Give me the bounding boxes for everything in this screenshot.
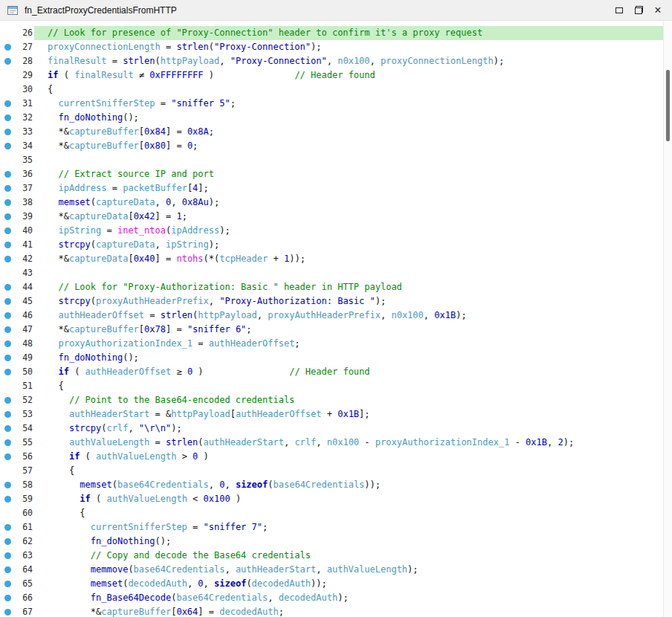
code-line[interactable]: 44 // Look for "Proxy-Authorization: Bas… xyxy=(0,280,672,294)
code-line[interactable]: 33 *&captureBuffer[0x84] = 0x8A; xyxy=(0,125,672,139)
line-marker-dot xyxy=(4,185,11,192)
code-line[interactable]: 49 fn_doNothing(); xyxy=(0,351,672,365)
code-line[interactable]: 27proxyConnectionLength = strlen("Proxy-… xyxy=(0,40,672,54)
line-number: 41 xyxy=(11,238,34,252)
code-content: authHeaderOffset = strlen(httpPayload, p… xyxy=(34,308,663,323)
code-line[interactable]: 54 strcpy(crlf, "\r\n"); xyxy=(0,421,672,436)
line-number: 64 xyxy=(11,563,34,577)
line-gutter: 41 xyxy=(0,238,34,252)
code-line[interactable]: 58 memset(base64Credentials, 0, sizeof(b… xyxy=(0,478,672,492)
code-line[interactable]: 35 xyxy=(0,153,672,167)
line-number: 55 xyxy=(11,436,34,450)
line-marker-dot xyxy=(4,482,11,488)
variable-token: proxyConnectionLength xyxy=(381,56,494,66)
code-line[interactable]: 43 xyxy=(0,266,672,280)
code-line[interactable]: 46 authHeaderOffset = strlen(httpPayload… xyxy=(0,308,672,323)
code-text: *& xyxy=(48,607,101,617)
code-line[interactable]: 37 ipAddress = packetBuffer[4]; xyxy=(0,181,672,196)
line-number: 35 xyxy=(11,153,34,167)
code-text: ; xyxy=(246,324,251,335)
line-gutter: 32 xyxy=(0,111,34,125)
function-token: fn_doNothing xyxy=(58,112,123,123)
code-line[interactable]: 62 fn_doNothing(); xyxy=(0,534,672,549)
code-line[interactable]: 50 if ( authHeaderOffset ≥ 0 ) // Header… xyxy=(0,365,672,379)
code-line[interactable]: 42 *&captureData[0x40] = ntohs(*(tcpHead… xyxy=(0,252,672,266)
code-text xyxy=(48,451,69,462)
line-number: 31 xyxy=(11,97,34,111)
pseudocode-editor[interactable]: 26// Look for presence of "Proxy-Connect… xyxy=(0,21,672,617)
code-line[interactable]: 34 *&captureBuffer[0x80] = 0; xyxy=(0,139,672,153)
code-text: > xyxy=(176,451,193,462)
code-line[interactable]: 31 currentSnifferStep = "sniffer 5"; xyxy=(0,97,672,111)
code-line[interactable]: 64 memmove(base64Credentials, authHeader… xyxy=(0,563,672,577)
line-gutter: 64 xyxy=(0,563,34,577)
code-line[interactable]: 26// Look for presence of "Proxy-Connect… xyxy=(0,26,672,40)
scrollbar-thumb[interactable] xyxy=(666,70,670,141)
code-text xyxy=(48,494,80,504)
code-line[interactable]: 39 *&captureData[0x42] = 1; xyxy=(0,210,672,224)
vertical-scrollbar[interactable] xyxy=(663,21,672,617)
variable-token: captureData xyxy=(96,197,155,207)
line-gutter: 50 xyxy=(0,365,34,379)
code-line[interactable]: 66 fn_Base64Decode(base64Credentials, de… xyxy=(0,591,672,605)
line-number: 65 xyxy=(11,577,34,591)
line-marker-dot xyxy=(4,524,11,531)
code-text: ( xyxy=(69,366,85,377)
restore-button[interactable] xyxy=(629,2,648,19)
code-line[interactable]: 41 strcpy(captureData, ipString); xyxy=(0,238,672,252)
comment-token: // Point to the Base64-encoded credentia… xyxy=(69,395,294,405)
code-line[interactable]: 59 if ( authValueLength < 0x100 ) xyxy=(0,492,672,506)
close-button[interactable]: × xyxy=(648,2,668,19)
code-line[interactable]: 38 memset(captureData, 0, 0x8Au); xyxy=(0,196,672,210)
code-line[interactable]: 57 { xyxy=(0,464,672,478)
code-text xyxy=(48,437,69,448)
titlebar[interactable]: fn_ExtractProxyCredentialsFromHTTP × xyxy=(0,0,672,21)
code-line[interactable]: 53 authHeaderStart = &httpPayload[authHe… xyxy=(0,407,672,421)
string-token: "Proxy-Connection" xyxy=(214,42,311,52)
code-text: , xyxy=(209,296,219,306)
line-gutter: 26 xyxy=(0,26,34,40)
code-text: + xyxy=(268,253,284,264)
line-gutter: 28 xyxy=(0,54,34,68)
code-line[interactable]: 45 strcpy(proxyAuthHeaderPrefix, "Proxy-… xyxy=(0,294,672,308)
code-content: currentSnifferStep = "sniffer 7"; xyxy=(34,520,663,534)
code-text: , xyxy=(224,479,235,490)
code-content: memset(decodedAuth, 0, sizeof(decodedAut… xyxy=(34,577,663,591)
variable-token: authValueLength xyxy=(96,451,176,462)
line-marker-dot xyxy=(4,242,11,248)
code-line[interactable]: 51 { xyxy=(0,379,672,393)
line-gutter: 48 xyxy=(0,337,34,351)
maximize-button[interactable] xyxy=(610,2,629,19)
code-line[interactable]: 60 { xyxy=(0,506,672,520)
line-marker-dot xyxy=(4,284,11,291)
line-gutter: 39 xyxy=(0,210,34,224)
code-content: // Look for presence of "Proxy-Connectio… xyxy=(34,26,663,40)
code-line[interactable]: 56 if ( authValueLength > 0 ) xyxy=(0,450,672,464)
code-line[interactable]: 52 // Point to the Base64-encoded creden… xyxy=(0,393,672,407)
code-text: ( xyxy=(91,197,96,207)
code-text xyxy=(48,564,91,575)
variable-token: base64Credentials xyxy=(117,479,209,490)
code-text: ) xyxy=(204,70,295,80)
code-line[interactable]: 48 proxyAuthorizationIndex_1 = authHeade… xyxy=(0,337,672,351)
code-line[interactable]: 47 *&captureBuffer[0x78] = "sniffer 6"; xyxy=(0,323,672,337)
code-line[interactable]: 30{ xyxy=(0,83,672,97)
code-text: ( xyxy=(91,296,96,306)
code-line[interactable]: 36 // Extract source IP and port xyxy=(0,167,672,181)
code-content: proxyConnectionLength = strlen("Proxy-Co… xyxy=(34,40,663,54)
number-token: 0x78 xyxy=(144,324,166,335)
code-text: , xyxy=(327,56,337,66)
code-line[interactable]: 61 currentSnifferStep = "sniffer 7"; xyxy=(0,520,672,534)
code-line[interactable]: 67 *&captureBuffer[0x64] = decodedAuth; xyxy=(0,605,672,617)
code-line[interactable]: 65 memset(decodedAuth, 0, sizeof(decoded… xyxy=(0,577,672,591)
code-line[interactable]: 32 fn_doNothing(); xyxy=(0,111,672,125)
line-marker-dot xyxy=(4,453,11,460)
code-line[interactable]: 28finalResult = strlen(httpPayload, "Pro… xyxy=(0,54,672,68)
code-line[interactable]: 40 ipString = inet_ntoa(ipAddress); xyxy=(0,224,672,238)
code-line[interactable]: 29if ( finalResult ≠ 0xFFFFFFFF ) // Hea… xyxy=(0,68,672,83)
code-line[interactable]: 63 // Copy and decode the Base64 credent… xyxy=(0,549,672,563)
variable-token: currentSnifferStep xyxy=(91,522,187,532)
code-content: fn_doNothing(); xyxy=(34,534,663,549)
code-content: { xyxy=(34,464,663,478)
code-line[interactable]: 55 authValueLength = strlen(authHeaderSt… xyxy=(0,436,672,450)
